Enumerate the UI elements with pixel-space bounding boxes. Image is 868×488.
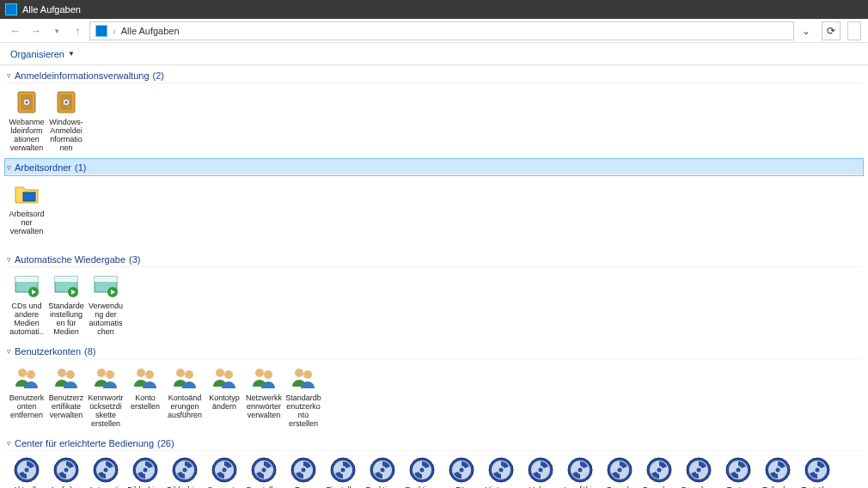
organize-menu[interactable]: Organisieren ▼ xyxy=(7,47,78,61)
ease-icon xyxy=(645,456,673,484)
group-header[interactable]: ▿Center für erleichterte Bedienung(26) xyxy=(5,435,863,451)
chevron-down-icon: ▼ xyxy=(68,50,75,58)
svg-point-3 xyxy=(26,101,28,104)
task-item[interactable]: Verwendung der automatischen Wied... xyxy=(86,271,125,338)
content-area: ▿Anmeldeinformationsverwaltung(2)Webanme… xyxy=(0,65,868,488)
svg-point-93 xyxy=(776,468,780,473)
svg-point-96 xyxy=(816,468,820,473)
svg-point-7 xyxy=(65,101,68,104)
task-item[interactable]: Hohen Kontrast aktivieren oder dea... xyxy=(521,454,560,488)
task-item[interactable]: Kennwortrücksetzdiskette erstellen xyxy=(86,363,125,430)
group-items: CDs und andere Medien automati...Standar… xyxy=(5,267,863,343)
svg-point-19 xyxy=(27,370,35,379)
users-icon xyxy=(171,364,199,392)
users-icon xyxy=(52,364,80,392)
task-label: Benutzerzertifikate verwalten xyxy=(48,393,84,428)
svg-point-48 xyxy=(183,468,187,473)
group-header[interactable]: ▿Benutzerkonten(8) xyxy=(5,343,863,359)
group-name: Benutzerkonten xyxy=(15,346,81,357)
task-item[interactable]: Kontoänderungen ausführen xyxy=(165,363,205,430)
svg-point-81 xyxy=(618,468,622,473)
task-item[interactable]: Standardbenutzerkonto erstellen xyxy=(284,363,323,430)
task-item[interactable]: Konto erstellen xyxy=(125,363,165,430)
group-count: (8) xyxy=(84,346,95,357)
group-header[interactable]: ▿Automatische Wiedergabe(3) xyxy=(5,251,863,267)
svg-point-28 xyxy=(216,369,224,377)
task-item[interactable]: Für Sehschwächen anpassen xyxy=(442,454,481,488)
ease-icon xyxy=(764,456,792,484)
autoplay-icon xyxy=(13,272,40,300)
forward-button[interactable]: → xyxy=(28,22,45,40)
group-header[interactable]: ▿Anmeldeinformationsverwaltung(2) xyxy=(5,67,863,83)
ease-icon xyxy=(804,456,831,484)
task-item[interactable]: Benutzerkonten entfernen xyxy=(7,363,46,430)
breadcrumb-root[interactable]: Alle Aufgaben xyxy=(121,26,180,36)
task-item[interactable]: Windows-Anmeldeinformationen verwalten xyxy=(46,87,86,154)
svg-point-18 xyxy=(18,369,27,377)
search-box[interactable] xyxy=(847,21,861,40)
group-count: (3) xyxy=(129,254,140,265)
task-label: Windows-Anmeldeinformationen verwalten xyxy=(48,118,84,152)
task-item[interactable]: Sounds mit visuellen Hinweisen ersetzen xyxy=(600,454,639,488)
task-item[interactable]: Benutzerzertifikate verwalten xyxy=(46,363,86,430)
task-label: Netzwerkkennwörter verwalten xyxy=(246,393,282,428)
ease-icon xyxy=(685,456,712,484)
task-label: Kennwortrücksetzdiskette erstellen xyxy=(88,393,124,428)
group-items: Webanmeldeinformationen verwaltenWindows… xyxy=(5,83,863,159)
group-header[interactable]: ▿Arbeitsordner(1) xyxy=(5,159,863,175)
task-item[interactable]: Automatische Fensteranordnung an... xyxy=(86,454,125,488)
task-item[interactable]: Funktionsweise der Tastatur ändern xyxy=(402,454,442,488)
svg-point-36 xyxy=(25,468,29,473)
task-item[interactable]: Webanmeldeinformationen verwalten xyxy=(7,87,46,154)
users-icon xyxy=(92,364,119,392)
nav-bar: ← → ▾ ↑ › Alle Aufgaben ⌄ ⟳ xyxy=(0,19,868,43)
group-name: Automatische Wiedergabe xyxy=(15,254,125,265)
task-item[interactable]: Sprecherstimme ändern xyxy=(679,454,718,488)
chevron-down-icon: ▿ xyxy=(7,255,11,264)
ease-icon xyxy=(211,456,238,484)
task-label: Standardeinstellungen für Medien u... xyxy=(48,302,84,336)
task-item[interactable]: Kontotyp ändern xyxy=(205,363,244,430)
chevron-down-icon: ▿ xyxy=(7,439,11,448)
task-item[interactable]: Arbeitsordner verwalten xyxy=(7,179,46,246)
users-icon xyxy=(131,364,159,392)
chevron-down-icon: ▿ xyxy=(7,71,11,80)
group-count: (2) xyxy=(153,70,164,81)
task-item[interactable]: Hintergrundbilder deaktivieren xyxy=(481,454,521,488)
task-item[interactable]: CDs und andere Medien automati... xyxy=(7,271,46,338)
task-item[interactable]: Bildschirmlupe aktivieren oder dea... xyxy=(125,454,165,488)
back-button[interactable]: ← xyxy=(7,22,24,40)
address-history-button[interactable]: ⌄ xyxy=(798,25,815,37)
recent-button[interactable]: ▾ xyxy=(48,22,65,40)
task-item[interactable]: Computer ohne Maus und Tastatur s... xyxy=(205,454,244,488)
task-item[interactable]: Darstellung für Menschen mit Sehb... xyxy=(244,454,284,488)
svg-rect-8 xyxy=(23,192,35,201)
task-item[interactable]: Netzwerkkennwörter verwalten xyxy=(244,363,284,430)
task-item[interactable]: Lernfähigkeiten anpassen xyxy=(560,454,600,488)
chevron-down-icon: ▿ xyxy=(7,163,11,172)
autoplay-icon xyxy=(52,272,80,300)
task-item[interactable]: Einstellungen für erleichterte Bedienun.… xyxy=(323,454,363,488)
ease-icon xyxy=(408,456,436,484)
task-item[interactable]: Tasten einzeln drücken xyxy=(718,454,758,488)
address-bar[interactable]: › Alle Aufgaben xyxy=(89,21,794,40)
task-item[interactable]: Teile des Bildschirms mithilfe der Bilds… xyxy=(758,454,798,488)
ease-icon xyxy=(52,456,80,484)
group-name: Arbeitsordner xyxy=(15,162,71,173)
task-item[interactable]: Audiobeschreibung für Video verwenden xyxy=(46,454,86,488)
task-item[interactable]: Bildschirmtastatur aktivieren oder dea..… xyxy=(165,454,205,488)
task-item[interactable]: Sprachausgabe verwenden xyxy=(639,454,679,488)
task-item[interactable]: Aktuelle Barrierefreiheitseinstellungen … xyxy=(7,454,46,488)
refresh-button[interactable]: ⟳ xyxy=(822,21,840,40)
svg-point-33 xyxy=(303,370,312,379)
ease-icon xyxy=(290,456,317,484)
task-item[interactable]: Text über Sprachausgabe ausgeben xyxy=(798,454,837,488)
task-item[interactable]: Easy Access-Tasten aktivieren xyxy=(284,454,323,488)
ease-icon xyxy=(329,456,357,484)
task-item[interactable]: Standardeinstellungen für Medien u... xyxy=(46,271,86,338)
svg-point-69 xyxy=(460,468,464,473)
task-item[interactable]: Funktionsweise der Maus ändern xyxy=(363,454,402,488)
svg-point-63 xyxy=(381,468,385,473)
svg-point-30 xyxy=(255,369,264,377)
up-button[interactable]: ↑ xyxy=(69,22,86,40)
